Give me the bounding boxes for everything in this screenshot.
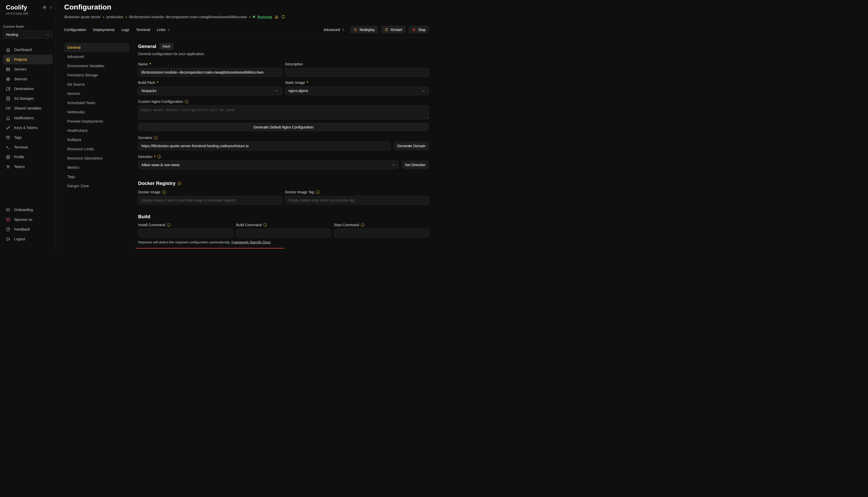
sidebar-item-shared-variables[interactable]: (x) Shared Variables — [3, 103, 53, 113]
build-command-label: Build Command i — [236, 223, 331, 227]
custom-nginx-label: Custom Nginx Configuration i — [138, 100, 429, 104]
save-button[interactable]: Save — [160, 43, 174, 50]
tab-logs[interactable]: Logs — [121, 28, 129, 32]
section-heading-general: General — [138, 44, 156, 49]
theme-select-chevrons-icon[interactable] — [49, 6, 53, 9]
sidebar-item-profile[interactable]: Profile — [3, 152, 53, 162]
start-command-input[interactable] — [334, 229, 429, 238]
static-image-select[interactable]: nginx:alpine — [285, 86, 429, 95]
subnav-danger-zone[interactable]: Danger Zone — [64, 181, 129, 190]
breadcrumb-project[interactable]: illicitonion quote server — [64, 15, 101, 19]
sidebar-item-feedback[interactable]: Feedback — [3, 224, 53, 234]
install-command-input[interactable] — [138, 229, 233, 238]
build-pack-select[interactable]: Nixpacks — [138, 86, 282, 95]
team-selector[interactable]: Hosting — [3, 30, 53, 39]
sidebar-item-projects[interactable]: Projects — [3, 55, 53, 65]
subnav-scheduled-tasks[interactable]: Scheduled Tasks — [64, 98, 129, 108]
section-heading-build: Build — [138, 214, 429, 219]
sidebar-item-teams[interactable]: Teams — [3, 162, 53, 172]
git-source-icon — [6, 77, 11, 82]
subnav-advanced[interactable]: Advanced — [64, 52, 129, 61]
subnav-git-source[interactable]: Git Source — [64, 80, 129, 89]
description-input[interactable] — [285, 68, 429, 77]
chevron-down-icon — [391, 163, 395, 167]
sidebar-item-label: Tags — [14, 136, 22, 140]
key-icon — [6, 125, 11, 130]
variables-icon: (x) — [6, 106, 11, 111]
subnav-tags[interactable]: Tags — [64, 172, 129, 181]
subnav-resource-operations[interactable]: Resource Operations — [64, 154, 129, 163]
info-icon: i — [162, 190, 166, 194]
tab-configuration[interactable]: Configuration — [64, 28, 86, 32]
direction-select[interactable]: Allow www & non-www. — [138, 160, 399, 169]
subnav-rollback[interactable]: Rollback — [64, 135, 129, 144]
sidebar-item-terminal[interactable]: >_ Terminal — [3, 142, 53, 152]
status-dot — [253, 16, 255, 18]
sidebar-item-label: Keys & Tokens — [14, 126, 38, 130]
build-pack-label: Build Pack* — [138, 81, 282, 85]
sidebar-item-label: Terminal — [14, 145, 28, 149]
form-subtitle: General configuration for your applicati… — [138, 52, 429, 56]
sidebar-item-s3-storages[interactable]: S3 Storages — [3, 94, 53, 103]
breadcrumb-environment[interactable]: production — [107, 15, 123, 19]
build-command-input[interactable] — [236, 229, 331, 238]
tab-terminal[interactable]: Terminal — [136, 28, 150, 32]
sidebar-item-label: Shared Variables — [14, 106, 41, 110]
sidebar-item-sources[interactable]: Sources — [3, 74, 53, 84]
page-title: Configuration — [64, 3, 429, 11]
tab-links[interactable]: Links — [157, 28, 170, 32]
home-icon — [6, 47, 11, 52]
refresh-icon[interactable] — [281, 15, 285, 19]
sidebar-item-servers[interactable]: Servers — [3, 65, 53, 74]
sidebar-item-tags[interactable]: Tags — [3, 132, 53, 142]
stop-button[interactable]: Stop — [409, 26, 429, 33]
generate-domain-button[interactable]: Generate Domain — [394, 142, 429, 150]
breadcrumb-separator: › — [125, 15, 127, 19]
docker-image-input[interactable] — [138, 196, 282, 205]
generate-nginx-button[interactable]: Generate Default Nginx Configuration — [138, 123, 429, 131]
subnav-environment-variables[interactable]: Environment Variables — [64, 61, 129, 71]
subnav-persistent-storage[interactable]: Persistent Storage — [64, 71, 129, 80]
subnav-general[interactable]: General — [64, 43, 129, 52]
status-running-link[interactable]: Running — [258, 15, 272, 19]
layers-icon — [6, 57, 11, 62]
subnav-healthcheck[interactable]: Healthcheck — [64, 126, 129, 135]
theme-toggle-sun-icon[interactable] — [42, 5, 47, 10]
sidebar-item-label: Feedback — [14, 227, 30, 231]
sidebar-item-dashboard[interactable]: Dashboard — [3, 45, 53, 55]
sidebar-item-keys-tokens[interactable]: Keys & Tokens — [3, 123, 53, 132]
section-heading-docker-registry: Docker Registry i — [138, 181, 429, 186]
tab-bar: Configuration Deployments Logs Terminal … — [64, 26, 429, 38]
redeploy-button[interactable]: Redeploy — [350, 26, 378, 33]
name-input[interactable] — [138, 68, 282, 77]
sidebar-item-destinations[interactable]: Destinations — [3, 84, 53, 94]
info-icon: i — [157, 155, 161, 158]
docker-image-tag-input[interactable] — [285, 196, 429, 205]
subnav-metrics[interactable]: Metrics — [64, 163, 129, 172]
restart-button[interactable]: Restart — [381, 26, 405, 33]
domains-input[interactable] — [138, 142, 391, 150]
sidebar-item-sponsor[interactable]: Sponsor us — [3, 215, 53, 224]
question-icon — [6, 227, 11, 232]
sidebar-item-label: Teams — [14, 165, 25, 169]
subnav-preview-deployments[interactable]: Preview Deployments — [64, 117, 129, 126]
domains-label: Domains i — [138, 136, 429, 140]
subnav-webhooks[interactable]: Webhooks — [64, 108, 129, 117]
framework-docs-link[interactable]: Framework Specific Docs — [232, 240, 271, 244]
info-icon: i — [167, 223, 170, 227]
custom-nginx-textarea[interactable] — [138, 105, 429, 119]
sidebar-item-notifications[interactable]: Notifications — [3, 113, 53, 123]
sidebar-item-label: Logout — [14, 237, 25, 241]
subnav-servers[interactable]: Servers — [64, 89, 129, 98]
set-direction-button[interactable]: Set Direction — [402, 160, 429, 169]
sidebar-item-onboarding[interactable]: Onboarding — [3, 205, 53, 215]
tab-deployments[interactable]: Deployments — [93, 28, 115, 32]
profile-icon — [6, 155, 11, 159]
sidebar-item-logout[interactable]: Logout — [3, 234, 53, 244]
app-version: v4.0.0-beta.399 — [3, 12, 53, 15]
sidebar-footer: Onboarding Sponsor us Feedback Logout — [3, 205, 53, 244]
subnav-resource-limits[interactable]: Resource Limits — [64, 144, 129, 154]
advanced-dropdown[interactable]: Advanced — [323, 28, 345, 32]
breadcrumb-application[interactable]: illicitestonion/-module--decomposition:m… — [129, 15, 247, 19]
breadcrumb: illicitonion quote server › production ›… — [64, 15, 429, 19]
